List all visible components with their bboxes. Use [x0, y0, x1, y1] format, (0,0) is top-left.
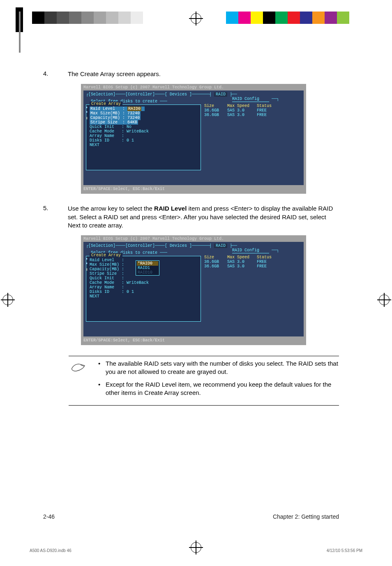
- bios-title: Marvell BIOS Setup (c) 2007 Marvell Tech…: [81, 235, 306, 241]
- field-capacity[interactable]: Capacity(MB) :: [90, 267, 124, 271]
- raid-config-label: RAID Config: [232, 248, 269, 253]
- disk-table: SizeMax SpeedStatus 36.6GBSAS 3.0FREE 36…: [204, 255, 295, 269]
- bios-tabs: ┌[Selection]────[Controller]────[ Device…: [86, 92, 301, 97]
- dropdown-option-raid10: RAID10: [137, 270, 158, 275]
- note-item: Except for the RAID Level item, we recom…: [106, 380, 339, 397]
- tab-raid: RAID: [214, 92, 227, 97]
- bios-title: Marvell BIOS Setup (c) 2007 Marvell Tech…: [81, 84, 306, 90]
- create-array-box: Create Array *Raid Level : RAID0 *Max Si…: [86, 104, 201, 170]
- step-number: 4.: [43, 70, 68, 78]
- raid-config-label: RAID Config: [232, 97, 269, 102]
- reg-grey-tick: [19, 12, 21, 53]
- field-capacity[interactable]: Capacity(MB) : 73240: [90, 116, 141, 120]
- step-text: The Create Array screen appears.: [68, 70, 339, 78]
- field-cache-mode[interactable]: Cache Mode : WriteBack: [90, 129, 198, 134]
- note-box: The available RAID sets vary with the nu…: [69, 356, 339, 406]
- page-footer: 2-46 Chapter 2: Getting started: [43, 513, 339, 520]
- note-item: The available RAID sets vary with the nu…: [106, 360, 339, 376]
- page-number: 2-46: [43, 513, 55, 520]
- reg-grey-swatches: [32, 12, 143, 24]
- disk-table: SizeMax SpeedStatus 36.6GBSAS 3.0FREE 36…: [204, 104, 295, 117]
- field-quick-init[interactable]: Quick Init :: [90, 276, 198, 281]
- source-file: A500 AS-D920.indb 46: [30, 548, 71, 553]
- field-next[interactable]: NEXT: [90, 294, 198, 299]
- dropdown-option-raid0[interactable]: *RAID0: [137, 261, 158, 266]
- table-row[interactable]: 36.6GBSAS 3.0FREE: [204, 264, 295, 269]
- table-row[interactable]: 36.6GBSAS 3.0FREE: [204, 108, 295, 113]
- bios-screenshot-2: Marvell BIOS Setup (c) 2007 Marvell Tech…: [81, 235, 306, 345]
- field-stripe-size[interactable]: Stripe Size : 64KB: [90, 120, 138, 125]
- bios-tabs-text: ┌[Selection]────[Controller]────[ Device…: [86, 244, 212, 248]
- create-array-title: Create Array: [90, 102, 122, 106]
- field-disks-id: Disks ID : 0 1: [90, 138, 198, 143]
- field-disks-id: Disks ID : 0 1: [90, 290, 198, 294]
- bios-right-panel: RAID Config ──┐ SizeMax SpeedStatus 36.6…: [201, 248, 295, 322]
- step-number: 5.: [43, 204, 68, 230]
- bios-body: ┌[Selection]────[Controller]────[ Device…: [83, 242, 304, 336]
- bios-footer-help: ENTER/SPACE:Select, ESC:Back/Exit: [81, 336, 306, 345]
- table-row[interactable]: 36.6GBSAS 3.0FREE: [204, 113, 295, 117]
- crosshair-icon: [191, 13, 201, 24]
- crosshair-icon: [2, 295, 13, 305]
- print-timestamp: 4/12/10 5:53:56 PM: [327, 548, 362, 553]
- bios-tabs-text: ┌[Selection]────[Controller]────[ Device…: [86, 92, 212, 97]
- step-text: Use the arrow key to select the RAID Lev…: [68, 204, 339, 230]
- table-row[interactable]: 36.6GBSAS 3.0FREE: [204, 260, 295, 264]
- printer-footer: A500 AS-D920.indb 46 4/12/10 5:53:56 PM: [30, 548, 362, 553]
- bios-screenshot-1: Marvell BIOS Setup (c) 2007 Marvell Tech…: [81, 84, 306, 194]
- field-cache-mode[interactable]: Cache Mode : WriteBack: [90, 281, 198, 285]
- dropdown-option-raid1[interactable]: RAID1: [137, 266, 158, 270]
- bios-footer-help: ENTER/SPACE:Select, ESC:Back/Exit: [81, 185, 306, 194]
- note-body: The available RAID sets vary with the nu…: [97, 360, 339, 401]
- page-content: 4. The Create Array screen appears. Marv…: [43, 70, 339, 406]
- reg-color-swatches: [226, 12, 349, 24]
- bios-left-panel: Select free disks to create ─── Create A…: [86, 97, 201, 170]
- chapter-title: Chapter 2: Getting started: [273, 513, 339, 520]
- field-array-name[interactable]: Array Name :: [90, 285, 198, 290]
- field-max-size[interactable]: Max Size(MB) : 73240: [90, 111, 141, 116]
- field-raid-level[interactable]: Raid Level : RAID0: [90, 107, 145, 111]
- field-max-size[interactable]: Max Size(MB) :: [90, 262, 124, 267]
- field-raid-level[interactable]: Raid Level :: [90, 258, 124, 262]
- bios-right-panel: RAID Config ──┐ SizeMax SpeedStatus 36.6…: [201, 97, 295, 170]
- field-array-name[interactable]: Array Name :: [90, 134, 198, 138]
- crosshair-icon: [379, 295, 390, 305]
- step-4: 4. The Create Array screen appears.: [43, 70, 339, 78]
- note-hand-icon: [69, 360, 97, 401]
- field-quick-init[interactable]: Quick Init : No: [90, 125, 198, 129]
- bios-body: ┌[Selection]────[Controller]────[ Device…: [83, 90, 304, 185]
- raid-level-dropdown[interactable]: *RAID0 RAID1 RAID10: [136, 260, 159, 276]
- create-array-title: Create Array: [90, 253, 122, 257]
- field-next[interactable]: NEXT: [90, 143, 198, 147]
- tab-raid: RAID: [214, 244, 227, 248]
- bios-tabs: ┌[Selection]────[Controller]────[ Device…: [86, 244, 301, 248]
- create-array-box: Create Array *Raid Level : *Max Size(MB)…: [86, 256, 201, 322]
- bios-left-panel: Select free disks to create ─── Create A…: [86, 248, 201, 322]
- step-5: 5. Use the arrow key to select the RAID …: [43, 204, 339, 230]
